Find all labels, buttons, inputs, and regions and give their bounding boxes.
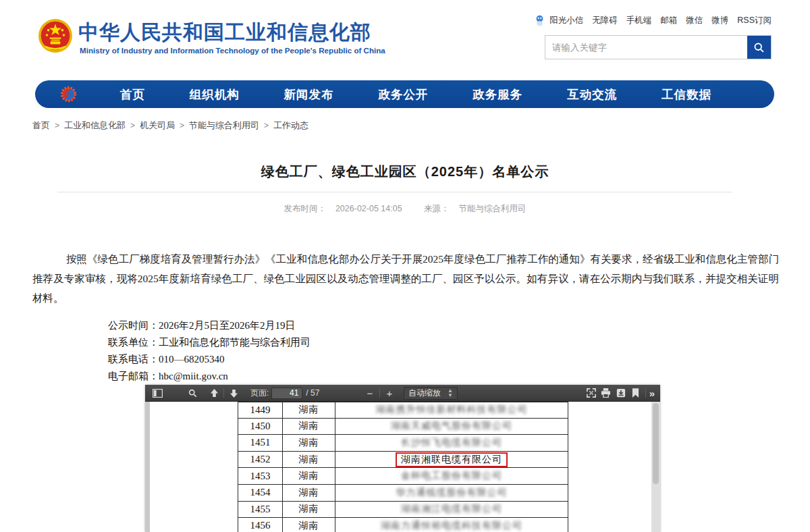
company-name: 长沙恒飞电缆有限公司 — [401, 437, 502, 449]
page-down-icon[interactable] — [226, 386, 241, 400]
company-cell: 华力通线缆股份有限公司 — [335, 485, 568, 501]
table-row: 1449湖南湖南携升恒佳新材料科技有限公司 — [238, 402, 568, 419]
pdf-page: 1449湖南湖南携升恒佳新材料科技有限公司1450湖南湖南天威电气股份有限公司1… — [150, 402, 651, 532]
zoom-select[interactable]: 自动缩放 ▲▼ — [404, 387, 458, 400]
province-cell: 湖南 — [283, 502, 335, 518]
province-cell: 湖南 — [283, 485, 335, 501]
pdf-scrollbar[interactable] — [651, 402, 660, 532]
source-value: 节能与综合利用司 — [459, 204, 526, 213]
link-mail[interactable]: 邮箱 — [660, 15, 677, 26]
search-input[interactable] — [545, 36, 747, 59]
company-name: 湖南携升恒佳新材料科技有限公司 — [376, 404, 528, 416]
utility-links: 阳光小信 无障碍 手机端 邮箱 微信 微博 RSS订阅 — [535, 15, 772, 26]
row-number-cell: 1450 — [238, 419, 283, 435]
sidebar-toggle-icon[interactable] — [150, 386, 165, 400]
nav-item-gov-services[interactable]: 政务服务 — [473, 86, 522, 103]
zoom-out-icon[interactable]: − — [362, 388, 377, 399]
presentation-mode-icon[interactable] — [584, 386, 599, 400]
nav-item-data[interactable]: 工信数据 — [662, 86, 711, 103]
table-row: 1454湖南华力通线缆股份有限公司 — [238, 485, 568, 502]
province-cell: 湖南 — [283, 435, 335, 451]
company-cell: 湖南携升恒佳新材料科技有限公司 — [335, 402, 568, 418]
breadcrumb-departments[interactable]: 机关司局 — [140, 119, 175, 132]
page-total: / 57 — [306, 388, 319, 398]
company-name: 湖南湘江电缆有限公司 — [401, 503, 502, 515]
nav-item-interaction[interactable]: 互动交流 — [567, 86, 617, 103]
article-title: 绿色工厂、绿色工业园区（2025年）名单公示 — [0, 163, 810, 181]
pdf-scrollbar-thumb[interactable] — [653, 403, 659, 484]
bookmark-icon[interactable] — [628, 386, 643, 400]
breadcrumb-separator: > — [130, 121, 135, 130]
breadcrumb-separator: > — [55, 121, 59, 130]
table-row: 1451湖南长沙恒飞电缆有限公司 — [238, 435, 568, 452]
page-label: 页面: — [250, 388, 269, 399]
article-paragraph: 按照《绿色工厂梯度培育及管理暂行办法》《工业和信息化部办公厅关于开展2025年度… — [32, 249, 779, 308]
contact-email-line: 电子邮箱：hbc@miit.gov.cn — [108, 368, 310, 385]
link-accessibility[interactable]: 无障碍 — [592, 15, 618, 26]
province-cell: 湖南 — [283, 468, 335, 484]
search-box — [545, 35, 772, 59]
publish-time: 2026-02-05 14:05 — [335, 204, 402, 213]
company-cell: 金杯电工股份有限公司 — [335, 468, 568, 484]
link-wechat[interactable]: 微信 — [686, 15, 703, 26]
page-number-input[interactable] — [271, 388, 302, 399]
company-cell: 湖南湘江电缆有限公司 — [335, 502, 568, 518]
national-emblem-logo — [38, 18, 73, 54]
zoom-in-icon[interactable]: + — [382, 388, 397, 399]
zoom-caret-icon: ▲▼ — [448, 388, 453, 398]
publicity-period-line: 公示时间：2026年2月5日至2026年2月19日 — [108, 317, 310, 334]
breadcrumb-miit[interactable]: 工业和信息化部 — [64, 119, 126, 132]
pdf-toolbar: 页面: / 57 − + 自动缩放 ▲▼ — [145, 385, 660, 402]
nav-item-gov-disclosure[interactable]: 政务公开 — [378, 86, 428, 103]
site-header: 中华人民共和国工业和信息化部 Ministry of Industry and … — [0, 0, 810, 76]
search-button[interactable] — [747, 36, 771, 59]
breadcrumb-home[interactable]: 首页 — [32, 119, 50, 132]
breadcrumb-work-updates[interactable]: 工作动态 — [273, 119, 308, 132]
contact-block: 公示时间：2026年2月5日至2026年2月19日 联系单位：工业和信息化部节能… — [108, 317, 310, 385]
breadcrumb-separator: > — [180, 121, 184, 130]
company-name: 金杯电工股份有限公司 — [401, 470, 502, 482]
table-row: 1456湖南湖南力通恒裕电缆科技有限公司 — [238, 518, 568, 532]
link-mobile[interactable]: 手机端 — [626, 15, 652, 26]
article-meta: 发布时间：2026-02-05 14:05 来源：节能与综合利用司 — [0, 203, 810, 215]
link-weibo[interactable]: 微博 — [711, 15, 728, 26]
print-icon[interactable] — [599, 386, 614, 400]
nav-item-home[interactable]: 首页 — [120, 86, 145, 103]
page-up-icon[interactable] — [207, 386, 221, 400]
company-name: 华力通线缆股份有限公司 — [396, 487, 508, 499]
nav-items: 首页 组织机构 新闻发布 政务公开 政务服务 互动交流 工信数据 — [78, 86, 774, 103]
source-label: 来源： — [424, 204, 450, 213]
row-number-cell: 1456 — [238, 518, 283, 532]
site-title: 中华人民共和国工业和信息化部 — [78, 19, 371, 47]
company-cell: 湖南湘联电缆有限公司 — [335, 452, 568, 468]
breadcrumb-energy-dept[interactable]: 节能与综合利用司 — [189, 119, 259, 132]
company-name: 湖南天威电气股份有限公司 — [391, 420, 512, 432]
miit-gear-logo-icon — [59, 85, 78, 103]
search-icon — [753, 42, 765, 53]
publish-time-label: 发布时间： — [284, 204, 326, 213]
row-number-cell: 1453 — [238, 468, 283, 484]
row-number-cell: 1454 — [238, 485, 283, 501]
company-cell: 长沙恒飞电缆有限公司 — [335, 435, 568, 451]
row-number-cell: 1449 — [238, 402, 283, 418]
find-icon[interactable] — [185, 386, 200, 400]
pdf-table: 1449湖南湖南携升恒佳新材料科技有限公司1450湖南湖南天威电气股份有限公司1… — [238, 402, 568, 532]
highlighted-company-name: 湖南湘联电缆有限公司 — [396, 452, 508, 467]
row-number-cell: 1451 — [238, 435, 283, 451]
table-row: 1450湖南湖南天威电气股份有限公司 — [238, 419, 568, 435]
row-number-cell: 1455 — [238, 502, 283, 518]
row-number-cell: 1452 — [238, 452, 283, 468]
site-title-english: Ministry of Industry and Information Tec… — [80, 46, 385, 55]
link-rss[interactable]: RSS订阅 — [737, 15, 772, 26]
breadcrumb-separator: > — [264, 121, 269, 130]
download-icon[interactable] — [614, 386, 628, 400]
pdf-content: 1449湖南湖南携升恒佳新材料科技有限公司1450湖南湖南天威电气股份有限公司1… — [145, 402, 660, 532]
contact-phone-line: 联系电话：010—68205340 — [108, 351, 310, 368]
province-cell: 湖南 — [283, 518, 335, 532]
nav-item-news[interactable]: 新闻发布 — [284, 86, 334, 103]
link-sunshine-xiaoxin[interactable]: 阳光小信 — [549, 15, 583, 26]
title-divider — [57, 192, 732, 192]
main-nav: 首页 组织机构 新闻发布 政务公开 政务服务 互动交流 工信数据 — [35, 80, 774, 108]
toolbar-more-icon[interactable]: » — [649, 388, 655, 399]
nav-item-organization[interactable]: 组织机构 — [190, 86, 240, 103]
